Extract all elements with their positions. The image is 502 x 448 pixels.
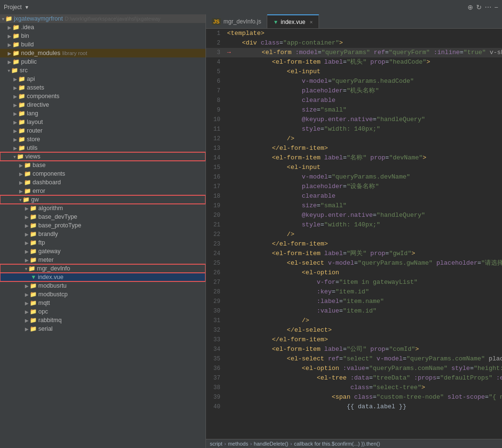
sidebar-root-folder[interactable]: ▾ 📁 jxgatewaymgrfront D:\work\git\worksp…	[0, 14, 205, 23]
sidebar-item-modbustcp[interactable]: ▶ 📁 modbustcp	[0, 290, 205, 299]
line-num-10: 10	[206, 115, 225, 124]
sidebar-item-layout[interactable]: ▶ 📁 layout	[0, 118, 205, 126]
line-content-27: v-for="item in gatewayList"	[225, 278, 502, 287]
more-icon[interactable]: ⋯	[485, 3, 491, 11]
sidebar-item-base[interactable]: ▶ 📁 base	[0, 161, 205, 169]
tab-mgr-devinfo-label: mgr_devInfo.js	[223, 18, 261, 25]
code-line-40: 40 {{ data.label }}	[206, 402, 502, 412]
sidebar-item-src[interactable]: ▾ 📁 src	[0, 66, 205, 75]
folder-icon-brandly: 📁	[30, 231, 37, 237]
breadcrumb-bar: script › methods › handleDelete() › call…	[206, 439, 502, 448]
code-line-1: 1 <template>	[206, 29, 502, 38]
code-line-11: 11 style="width: 140px;"	[206, 124, 502, 134]
arrow-store: ▶	[13, 137, 17, 142]
line-num-22: 22	[206, 230, 225, 239]
code-line-3: 3 → <el-form :model="queryParams" ref="q…	[206, 48, 502, 57]
line-content-30: :value="item.id"	[225, 306, 502, 316]
label-base-devtype: base_devType	[38, 213, 77, 220]
sidebar-item-meter[interactable]: ▶ 📁 meter	[0, 256, 205, 264]
code-line-23: 23 </el-form-item>	[206, 239, 502, 249]
code-editor[interactable]: 1 <template> 2 <div class="app-container…	[206, 29, 502, 439]
sidebar-item-base-prototype[interactable]: ▶ 📁 base_protoType	[0, 221, 205, 230]
arrow-error: ▶	[19, 189, 23, 194]
code-line-18: 18 clearable	[206, 191, 502, 201]
sidebar-item-base-devtype[interactable]: ▶ 📁 base_devType	[0, 213, 205, 221]
tab-mgr-devinfo[interactable]: JS mgr_devInfo.js	[206, 14, 267, 28]
line-num-9: 9	[206, 105, 225, 115]
sidebar-item-lang[interactable]: ▶ 📁 lang	[0, 109, 205, 118]
folder-icon-gateway: 📁	[30, 248, 37, 255]
arrow-assets: ▶	[13, 85, 17, 90]
sidebar-item-build[interactable]: ▶ 📁 build	[0, 40, 205, 49]
breadcrumb-callback: callback for this.$confirm(...) }).then(…	[294, 441, 380, 447]
code-line-30: 30 :value="item.id"	[206, 306, 502, 316]
sidebar-item-utils[interactable]: ▶ 📁 utils	[0, 144, 205, 152]
sidebar-item-serial[interactable]: ▶ 📁 serial	[0, 325, 205, 333]
folder-icon-base: 📁	[24, 162, 31, 168]
breadcrumb-sep-2: ›	[250, 441, 252, 447]
sidebar-item-error[interactable]: ▶ 📁 error	[0, 187, 205, 195]
arrow-modbustcp: ▶	[25, 292, 29, 297]
line-num-15: 15	[206, 163, 225, 172]
breadcrumb-sep-1: ›	[224, 441, 226, 447]
arrow-components: ▶	[13, 94, 17, 99]
code-line-12: 12 />	[206, 134, 502, 144]
folder-icon-rabbitmq: 📁	[30, 317, 37, 324]
sidebar-item-ftp[interactable]: ▶ 📁 ftp	[0, 238, 205, 247]
code-line-36: 36 <el-option :value="queryParams.comNam…	[206, 364, 502, 373]
sidebar-item-brandly[interactable]: ▶ 📁 brandly	[0, 230, 205, 238]
line-num-39: 39	[206, 392, 225, 402]
sidebar-item-api[interactable]: ▶ 📁 api	[0, 75, 205, 83]
sidebar-item-mgr-devinfo[interactable]: ▾ 📁 mgr_devInfo	[0, 264, 205, 273]
sidebar-item-node-modules[interactable]: ▶ 📁 node_modules library root	[0, 49, 205, 57]
code-line-33: 33 </el-form-item>	[206, 335, 502, 345]
line-content-7: placeholder="机头名称"	[225, 86, 502, 96]
arrow-ftp: ▶	[25, 240, 29, 246]
add-icon[interactable]: ⊕	[468, 3, 473, 11]
minimize-icon[interactable]: −	[494, 3, 498, 11]
sidebar-item-gw[interactable]: ▾ 📁 gw	[0, 195, 205, 204]
sidebar-item-store[interactable]: ▶ 📁 store	[0, 135, 205, 144]
folder-icon-public: 📁	[12, 58, 20, 65]
sidebar-item-dashboard[interactable]: ▶ 📁 dashboard	[0, 178, 205, 187]
sidebar-item-router[interactable]: ▶ 📁 router	[0, 126, 205, 135]
code-line-39: 39 <span class="custom-tree-node" slot-s…	[206, 392, 502, 402]
sidebar-item-components-views[interactable]: ▶ 📁 components	[0, 169, 205, 178]
sidebar-item-gateway[interactable]: ▶ 📁 gateway	[0, 247, 205, 256]
sidebar-item-idea[interactable]: ▶ 📁 .idea	[0, 23, 205, 32]
folder-icon-utils: 📁	[18, 145, 25, 151]
sidebar-item-mqtt[interactable]: ▶ 📁 mqtt	[0, 299, 205, 307]
line-num-4: 4	[206, 57, 225, 67]
line-content-23: </el-form-item>	[225, 239, 502, 249]
label-store: store	[27, 136, 40, 143]
tab-close-icon[interactable]: ×	[309, 19, 312, 25]
folder-icon-opc: 📁	[30, 308, 37, 315]
project-chevron[interactable]: ▾	[25, 4, 28, 11]
line-num-13: 13	[206, 144, 225, 153]
line-num-16: 16	[206, 172, 225, 182]
arrow-components-views: ▶	[19, 171, 23, 177]
code-line-13: 13 </el-form-item>	[206, 144, 502, 153]
sidebar-item-index-vue[interactable]: ▼ index.vue	[0, 273, 205, 281]
line-num-6: 6	[206, 77, 225, 86]
sidebar-item-algorithm[interactable]: ▶ 📁 algorithm	[0, 204, 205, 213]
sidebar-item-modbusrtu[interactable]: ▶ 📁 modbusrtu	[0, 281, 205, 290]
sidebar-item-directive[interactable]: ▶ 📁 directive	[0, 101, 205, 109]
folder-icon-bin: 📁	[12, 33, 20, 39]
sync-icon[interactable]: ↻	[476, 3, 482, 11]
sidebar-item-views[interactable]: ▾ 📁 views	[0, 152, 205, 161]
sidebar-item-opc[interactable]: ▶ 📁 opc	[0, 307, 205, 316]
sidebar-item-rabbitmq[interactable]: ▶ 📁 rabbitmq	[0, 316, 205, 325]
sidebar-item-bin[interactable]: ▶ 📁 bin	[0, 32, 205, 40]
code-line-22: 22 />	[206, 230, 502, 239]
sidebar-item-assets[interactable]: ▶ 📁 assets	[0, 83, 205, 92]
folder-icon-router: 📁	[18, 127, 25, 134]
line-num-18: 18	[206, 191, 225, 201]
code-line-6: 6 v-model="queryParams.headCode"	[206, 77, 502, 86]
tab-index-vue[interactable]: ▼ index.vue ×	[267, 14, 319, 28]
label-brandly: brandly	[38, 231, 58, 237]
sidebar-item-components[interactable]: ▶ 📁 components	[0, 92, 205, 101]
folder-icon-components: 📁	[18, 93, 25, 100]
sidebar-item-public[interactable]: ▶ 📁 public	[0, 57, 205, 66]
line-num-33: 33	[206, 335, 225, 345]
